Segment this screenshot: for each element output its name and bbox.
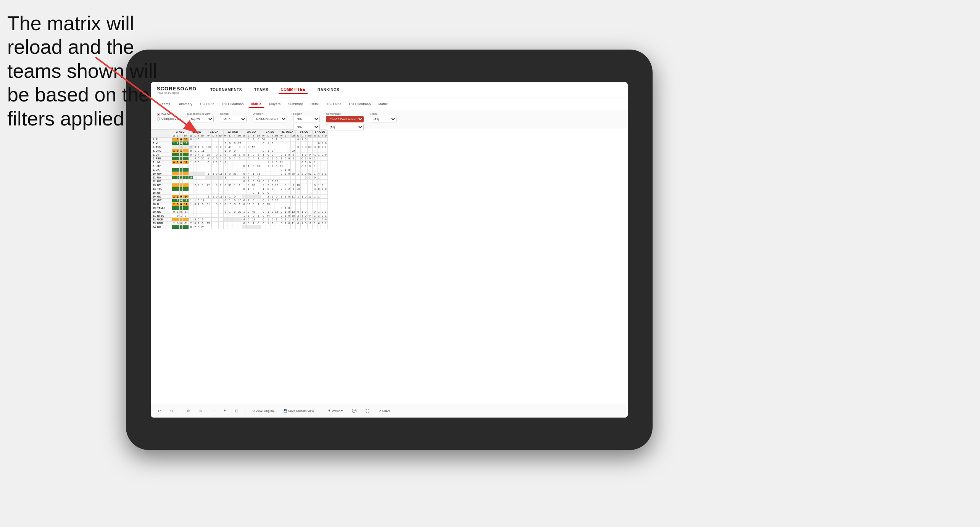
nav-rankings[interactable]: RANKINGS: [315, 86, 342, 93]
conference-select2[interactable]: (All): [326, 124, 364, 130]
conference-label: Conference: [326, 112, 364, 115]
row-label-tamu: 19. TAMU: [151, 206, 172, 210]
sh-ua-dif: Dif: [218, 134, 223, 138]
sh-osu-t: T: [321, 134, 324, 138]
table-row: 3. ASU 40 80010 12002 0480 1052 02060 30…: [151, 145, 328, 149]
gender-select[interactable]: Men's Women's: [220, 116, 247, 122]
sh-uu-dif: Dif: [307, 134, 312, 138]
sh-uu-w: W: [296, 134, 301, 138]
sh-uw-l: L: [193, 134, 197, 138]
matrix-table: 3. ASU 10. UW 11. UA 22. UCB 24. UO 27. …: [151, 129, 328, 229]
row-label-um: 7. UM: [151, 161, 172, 164]
row-label-ua2: 11. UA: [151, 176, 172, 180]
nav-teams[interactable]: TEAMS: [252, 86, 271, 93]
tablet-device: SCOREBOARD Powered by clippd TOURNAMENTS…: [126, 50, 653, 450]
filter-button[interactable]: ±: [221, 408, 228, 414]
filter-bar: Full View Compact View Max teams in view…: [151, 110, 628, 129]
sh-ucla-t: T: [287, 134, 291, 138]
separator: [180, 408, 180, 414]
table-row: 15. UF 01 00: [151, 191, 328, 195]
table-row: 24. UO 02029: [151, 225, 328, 229]
row-label-u: 18. U: [151, 202, 172, 206]
sh-uw-t: T: [197, 134, 200, 138]
row-label-ua: 9. UA: [151, 168, 172, 172]
row-label-uaf: 8. UAF: [151, 164, 172, 168]
table-row: 14. TTU 010 100 2020 29 3010: [151, 187, 328, 191]
share-label: ↗ Share: [379, 409, 390, 413]
col-header-ua: 11. UA: [205, 130, 224, 134]
nav-bar: SCOREBOARD Powered by clippd TOURNAMENTS…: [151, 82, 628, 98]
undo-button[interactable]: ↩: [155, 408, 163, 414]
row-label-uf: 15. UF: [151, 191, 172, 195]
sh-ucla-dif: Dif: [291, 134, 296, 138]
table-row: 5. UT 0140 3501 0221 0102 100 0102 110 4…: [151, 153, 328, 157]
table-row: 23. UNM 200-21 2010 25 0010 010 01011 01…: [151, 222, 328, 225]
comment-icon: 💬: [352, 409, 356, 413]
grid-button[interactable]: ⊡: [233, 408, 240, 414]
table-row: 16. UO 210-14 21011 110 210 11011 11011 …: [151, 195, 328, 199]
refresh-button[interactable]: ⟳: [185, 408, 192, 414]
table-row: 17. GIT 1011 11011 01010 010 01020: [151, 199, 328, 202]
conference-select[interactable]: Pac-12 Conference (All): [326, 116, 364, 122]
tab-players-h2h-heatmap[interactable]: H2H Heatmap: [346, 101, 374, 108]
watch-button[interactable]: 👁 Watch ▾: [326, 408, 345, 414]
row-label-ut: 5. UT: [151, 153, 172, 157]
table-row: 8. UAF 01015 110 11 010 1: [151, 164, 328, 168]
circle-icon: ⊙: [211, 409, 214, 413]
add-button[interactable]: ⊕: [197, 408, 205, 414]
max-teams-select[interactable]: Top 25 Top 10 Top 50: [187, 116, 214, 122]
circle-button[interactable]: ⊙: [209, 408, 217, 414]
sh-uo-t: T: [251, 134, 256, 138]
row-label-ug: 20. UG: [151, 210, 172, 214]
add-icon: ⊕: [199, 409, 202, 413]
region-select2[interactable]: N/A: [293, 124, 320, 130]
tab-players-matrix[interactable]: Matrix: [375, 101, 391, 108]
row-label-vu: 2. VU: [151, 141, 172, 145]
region-select[interactable]: N/A: [293, 116, 320, 122]
annotation-text: The matrix will reload and the teams sho…: [7, 11, 168, 130]
nav-tournaments[interactable]: TOURNAMENTS: [208, 86, 244, 93]
table-row: 13. UT 221 2202 03011 1026 22012 010 18 …: [151, 183, 328, 187]
table-row: 20. UG 010-34 01022 1040 01015 01013 010…: [151, 210, 328, 214]
matrix-area[interactable]: 3. ASU 10. UW 11. UA 22. UCB 24. UO 27. …: [151, 129, 628, 404]
sh-osu-w: W: [312, 134, 317, 138]
table-row: 2. VU 12012 20027 010 010: [151, 141, 328, 145]
separator2: [245, 408, 245, 414]
tab-players[interactable]: Players: [266, 101, 284, 108]
table-row: 11. UA 010 18 3 0340 03 01: [151, 176, 328, 180]
tab-h2h-grid[interactable]: H2H Grid: [197, 101, 218, 108]
tab-h2h-heatmap[interactable]: H2H Heatmap: [219, 101, 247, 108]
undo-icon: ↩: [158, 409, 161, 413]
save-custom-view-button[interactable]: 💾 Save Custom View: [281, 408, 316, 414]
share-button[interactable]: ↗ Share: [376, 408, 393, 414]
sh-asu-dif: Dif: [183, 134, 189, 138]
sh-ucb-w: W: [223, 134, 227, 138]
region-label: Region: [293, 112, 320, 115]
tab-summary[interactable]: Summary: [175, 101, 196, 108]
tab-players-h2h-grid[interactable]: H2H Grid: [324, 101, 345, 108]
sh-su-dif: Dif: [274, 134, 279, 138]
division-select[interactable]: NCAA Division I NCAA Division II: [253, 116, 287, 122]
row-label-ut2: 13. UT: [151, 183, 172, 187]
sh-uu-l: L: [301, 134, 304, 138]
view-original-button[interactable]: ⊙ View: Original: [250, 408, 277, 414]
tab-detail[interactable]: Detail: [308, 101, 322, 108]
expand-button[interactable]: ⛶: [363, 408, 372, 414]
sh-osu-l: L: [317, 134, 321, 138]
filter-division: Division NCAA Division I NCAA Division I…: [253, 112, 287, 122]
row-label-asu: 3. ASU: [151, 145, 172, 149]
comment-button[interactable]: 💬: [350, 408, 359, 414]
team-select[interactable]: (All): [370, 116, 397, 122]
nav-committee[interactable]: COMMITTEE: [279, 86, 308, 94]
table-row: 19. TAMU 010: [151, 206, 328, 210]
tab-players-summary[interactable]: Summary: [285, 101, 306, 108]
sh-asu-t: T: [179, 134, 183, 138]
col-header-uw: 10. UW: [189, 130, 205, 134]
sh-su-w: W: [261, 134, 266, 138]
refresh-icon: ⟳: [187, 409, 190, 413]
redo-button[interactable]: ↪: [168, 408, 175, 414]
tab-matrix[interactable]: Matrix: [248, 100, 265, 108]
watch-label: 👁 Watch ▾: [328, 409, 343, 413]
sh-ucb-l: L: [227, 134, 232, 138]
filter-icon: ±: [224, 409, 226, 413]
